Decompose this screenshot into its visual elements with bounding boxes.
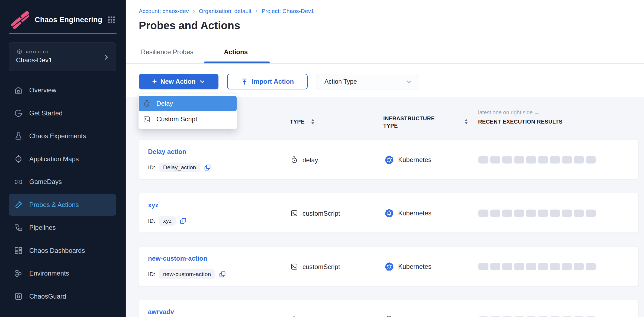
sidebar-item-get-started[interactable]: Get Started <box>9 102 116 124</box>
execution-result-placeholder <box>514 210 524 217</box>
execution-result-placeholder <box>490 156 500 164</box>
breadcrumb-separator: › <box>256 8 257 15</box>
sidebar-item-label: Chaos Experiments <box>29 132 86 140</box>
chaos-engineering-logo-icon <box>11 11 30 29</box>
action-type-label: Action Type <box>324 78 357 85</box>
plus-icon: + <box>152 77 157 86</box>
action-name-link[interactable]: new-custom-action <box>148 255 207 262</box>
type-value: delay <box>302 156 318 164</box>
breadcrumb: Account: chaos-dev›Organization: default… <box>139 8 314 15</box>
execution-result-placeholder <box>514 156 524 164</box>
execution-result-placeholder <box>514 263 524 270</box>
id-value-chip: new-custom-action <box>159 269 215 279</box>
sidebar-item-label: Get Started <box>29 109 63 117</box>
recent-results-hint: latest one on right side → <box>478 109 540 116</box>
stopwatch-icon <box>290 156 298 164</box>
execution-result-placeholder <box>586 263 596 270</box>
flask-icon <box>14 131 23 141</box>
chevron-down-icon <box>199 79 205 85</box>
execution-result-placeholder <box>550 156 560 164</box>
copy-icon[interactable] <box>204 164 211 171</box>
execution-result-placeholder <box>490 210 500 217</box>
execution-result-placeholder <box>538 156 548 164</box>
lock-icon <box>14 292 23 301</box>
action-type-select[interactable]: Action Type <box>317 74 419 89</box>
sidebar-item-gamedays[interactable]: GameDays <box>9 171 116 193</box>
project-name: Chaos-Dev1 <box>16 56 52 64</box>
sidebar-item-application-maps[interactable]: Application Maps <box>9 148 116 170</box>
chevron-right-icon <box>103 53 110 61</box>
sidebar-item-environments[interactable]: Environments <box>9 263 116 284</box>
app-switcher-grid-icon[interactable] <box>107 15 116 24</box>
recent-execution-results <box>478 210 596 217</box>
execution-result-placeholder <box>502 263 512 270</box>
breadcrumb-link[interactable]: Organization: default <box>199 8 252 14</box>
kubernetes-icon <box>385 209 394 218</box>
type-cell: delay <box>290 316 318 317</box>
execution-result-placeholder <box>574 263 584 270</box>
sidebar-item-label: Environments <box>29 270 69 277</box>
execution-result-placeholder <box>490 263 500 270</box>
breadcrumb-link[interactable]: Project: Chaos-Dev1 <box>262 8 314 14</box>
breadcrumb-link[interactable]: Account: chaos-dev <box>139 8 189 14</box>
type-cell: customScript <box>290 209 340 217</box>
actions-list: Delay actionID:Delay_actiondelayKubernet… <box>139 140 639 317</box>
tab-actions[interactable]: Actions <box>224 48 248 56</box>
kubernetes-icon <box>385 155 394 164</box>
linux-icon <box>385 315 393 317</box>
sidebar-item-chaos-dashboards[interactable]: Chaos Dashboards <box>9 240 116 261</box>
menu-item-label: Delay <box>156 100 173 107</box>
action-id: ID:Delay_action <box>148 162 211 173</box>
target-icon <box>14 154 23 164</box>
execution-result-placeholder <box>574 156 584 164</box>
sort-icon[interactable] <box>310 118 315 125</box>
import-action-button[interactable]: Import Action <box>227 74 308 89</box>
menu-item-delay[interactable]: Delay <box>139 96 237 111</box>
execution-result-placeholder <box>562 156 572 164</box>
sidebar-item-chaosguard[interactable]: ChaosGuard <box>9 286 116 307</box>
brand: Chaos Engineering <box>11 11 116 29</box>
execution-result-placeholder <box>526 156 536 164</box>
column-header-recent-execution-results: RECENT EXECUTION RESULTS <box>478 119 562 125</box>
column-header-infrastructure-type: INFRASTRUCTURE TYPE <box>383 115 447 130</box>
stopwatch-icon <box>290 316 298 317</box>
new-action-button[interactable]: + New Action <box>139 74 218 89</box>
execution-result-placeholder <box>586 210 596 217</box>
chevron-down-icon <box>406 78 412 85</box>
menu-item-custom-script[interactable]: Custom Script <box>139 111 237 127</box>
execution-result-placeholder <box>538 263 548 270</box>
id-value-chip: xyz <box>159 216 176 226</box>
dashboard-icon <box>14 246 23 255</box>
sidebar-item-probes-actions[interactable]: Probes & Actions <box>9 194 116 216</box>
infrastructure-value: Kubernetes <box>398 263 432 270</box>
page-title: Probes and Actions <box>139 20 240 32</box>
sidebar-item-pipelines[interactable]: Pipelines <box>9 217 116 238</box>
action-name-link[interactable]: Delay action <box>148 148 186 156</box>
infrastructure-cell: Kubernetes <box>385 262 432 271</box>
copy-icon[interactable] <box>179 217 187 225</box>
sidebar-item-overview[interactable]: Overview <box>9 79 116 101</box>
terminal-icon <box>290 209 298 217</box>
execution-result-placeholder <box>562 263 572 270</box>
new-action-menu: DelayCustom Script <box>139 93 237 129</box>
tab-resilience-probes[interactable]: Resilience Probes <box>141 48 193 56</box>
copy-icon[interactable] <box>219 271 226 278</box>
sort-icon[interactable] <box>463 118 469 125</box>
action-row: xyzID:xyzcustomScriptKubernetes <box>139 193 639 233</box>
project-selector[interactable]: PROJECT Chaos-Dev1 <box>9 43 116 71</box>
execution-result-placeholder <box>478 263 488 270</box>
id-value-chip: Delay_action <box>159 163 200 172</box>
action-row: Delay actionID:Delay_actiondelayKubernet… <box>139 140 639 179</box>
action-name-link[interactable]: xyz <box>148 201 159 209</box>
sidebar-item-label: ChaosGuard <box>29 293 66 300</box>
action-row: new-custom-actionID:new-custom-actioncus… <box>139 246 639 286</box>
execution-result-placeholder <box>502 210 512 217</box>
execution-result-placeholder <box>502 156 512 164</box>
infrastructure-cell: Linux <box>385 315 413 317</box>
sidebar-item-chaos-experiments[interactable]: Chaos Experiments <box>9 125 116 147</box>
id-label: ID: <box>148 218 155 224</box>
action-name-link[interactable]: awrvadv <box>148 308 174 316</box>
type-value: customScript <box>302 209 340 217</box>
execution-result-placeholder <box>574 210 584 217</box>
sidebar-item-label: Chaos Dashboards <box>29 247 85 254</box>
